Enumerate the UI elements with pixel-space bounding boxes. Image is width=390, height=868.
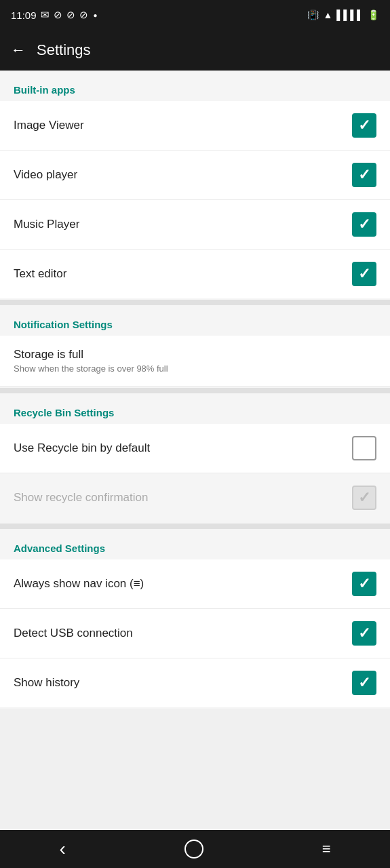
blocked-icon-3: ⊘ <box>79 9 88 21</box>
section-advanced-settings: Advanced Settings Always show nav icon (… <box>0 529 390 709</box>
page-title: Settings <box>37 41 91 59</box>
detect-usb-connection-label: Detect USB connection <box>14 627 352 640</box>
nav-bar: ‹ ○ ≡ <box>0 830 390 868</box>
nav-spacer <box>0 709 390 747</box>
built-in-apps-items: Image Viewer ✓ Video player ✓ Music Play… <box>0 101 390 298</box>
show-history-label: Show history <box>14 676 352 690</box>
status-bar: 11:09 ✉ ⊘ ⊘ ⊘ ● 📳 ▲ ▌▌▌▌ 🔋 <box>0 0 390 30</box>
video-player-checkbox[interactable]: ✓ <box>352 163 376 187</box>
section-header-recycle-bin: Recycle Bin Settings <box>0 393 390 424</box>
divider-3 <box>0 524 390 529</box>
vibrate-icon: 📳 <box>307 9 319 20</box>
check-icon: ✓ <box>358 576 370 591</box>
always-show-nav-icon-checkbox[interactable]: ✓ <box>352 572 376 596</box>
video-player-label: Video player <box>14 168 352 182</box>
check-icon: ✓ <box>358 267 370 281</box>
setting-item-music-player[interactable]: Music Player ✓ <box>0 200 390 250</box>
text-editor-checkbox[interactable]: ✓ <box>352 262 376 286</box>
setting-item-storage-full: Storage is full Show when the storage is… <box>0 336 390 387</box>
show-history-checkbox[interactable]: ✓ <box>352 671 376 695</box>
setting-item-detect-usb-connection[interactable]: Detect USB connection ✓ <box>0 609 390 658</box>
section-header-notification: Notification Settings <box>0 305 390 336</box>
storage-full-sublabel: Show when the storage is over 98% full <box>14 363 168 374</box>
image-viewer-label: Image Viewer <box>14 119 352 132</box>
use-recycle-bin-label: Use Recycle bin by default <box>14 441 352 455</box>
check-icon-disabled: ✓ <box>358 490 370 505</box>
check-icon: ✓ <box>358 626 370 641</box>
check-icon: ✓ <box>358 167 370 182</box>
top-bar: ← Settings <box>0 30 390 71</box>
storage-full-label: Storage is full <box>14 348 83 361</box>
battery-icon: 🔋 <box>368 9 379 20</box>
blocked-icon-1: ⊘ <box>54 9 62 21</box>
setting-item-show-history[interactable]: Show history ✓ <box>0 658 390 707</box>
section-built-in-apps: Built-in apps Image Viewer ✓ Video playe… <box>0 71 390 300</box>
back-button[interactable]: ← <box>11 41 26 59</box>
notification-items: Storage is full Show when the storage is… <box>0 336 390 387</box>
use-recycle-bin-checkbox[interactable] <box>352 436 376 460</box>
status-right: 📳 ▲ ▌▌▌▌ 🔋 <box>307 9 379 20</box>
music-player-checkbox[interactable]: ✓ <box>352 212 376 237</box>
check-icon: ✓ <box>358 675 370 690</box>
advanced-items: Always show nav icon (≡) ✓ Detect USB co… <box>0 559 390 707</box>
signal-icon: ▌▌▌▌ <box>336 9 364 20</box>
text-editor-label: Text editor <box>14 267 352 281</box>
show-recycle-confirmation-label: Show recycle confirmation <box>14 491 352 505</box>
blocked-icon-2: ⊘ <box>66 9 75 21</box>
nav-menu-button[interactable]: ≡ <box>322 840 331 858</box>
status-time: 11:09 <box>11 9 37 21</box>
always-show-nav-icon-label: Always show nav icon (≡) <box>14 577 352 591</box>
check-icon: ✓ <box>358 118 370 133</box>
divider-2 <box>0 388 390 393</box>
nav-home-button[interactable]: ○ <box>184 840 203 859</box>
divider-1 <box>0 300 390 305</box>
detect-usb-connection-checkbox[interactable]: ✓ <box>352 621 376 646</box>
setting-item-show-recycle-confirmation: Show recycle confirmation ✓ <box>0 473 390 522</box>
status-left: 11:09 ✉ ⊘ ⊘ ⊘ ● <box>11 9 98 21</box>
nav-back-button[interactable]: ‹ <box>59 838 65 860</box>
setting-item-use-recycle-bin[interactable]: Use Recycle bin by default <box>0 424 390 473</box>
settings-content: Built-in apps Image Viewer ✓ Video playe… <box>0 71 390 747</box>
section-header-built-in-apps: Built-in apps <box>0 71 390 101</box>
email-icon: ✉ <box>41 9 50 21</box>
setting-item-video-player[interactable]: Video player ✓ <box>0 151 390 200</box>
check-icon: ✓ <box>358 217 370 232</box>
section-notification-settings: Notification Settings Storage is full Sh… <box>0 305 390 388</box>
section-header-advanced: Advanced Settings <box>0 529 390 559</box>
music-player-label: Music Player <box>14 218 352 231</box>
setting-item-always-show-nav-icon[interactable]: Always show nav icon (≡) ✓ <box>0 559 390 609</box>
section-recycle-bin-settings: Recycle Bin Settings Use Recycle bin by … <box>0 393 390 524</box>
wifi-icon: ▲ <box>323 9 332 20</box>
recycle-bin-items: Use Recycle bin by default Show recycle … <box>0 424 390 522</box>
show-recycle-confirmation-checkbox: ✓ <box>352 486 376 510</box>
dot-icon: ● <box>94 12 98 19</box>
setting-item-image-viewer[interactable]: Image Viewer ✓ <box>0 101 390 151</box>
image-viewer-checkbox[interactable]: ✓ <box>352 113 376 138</box>
setting-item-text-editor[interactable]: Text editor ✓ <box>0 250 390 298</box>
